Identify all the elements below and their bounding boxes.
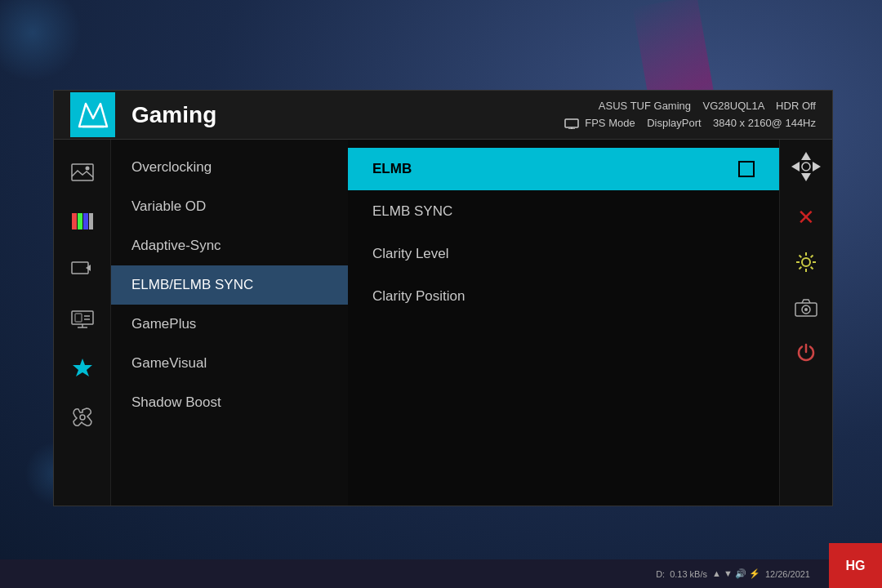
svg-point-24 (802, 163, 810, 171)
svg-marker-21 (801, 173, 811, 181)
close-button[interactable]: ✕ (797, 205, 815, 230)
submenu-item-elmb[interactable]: ELMB (348, 148, 779, 190)
network-label: D: (656, 569, 665, 579)
menu-item-gamevisual[interactable]: GameVisual (111, 344, 348, 383)
menu-item-elmb[interactable]: ELMB/ELMB SYNC (111, 265, 348, 305)
header-info: ASUS TUF Gaming VG28UQL1A HDR Off FPS Mo… (564, 98, 816, 132)
hg-label: HG (846, 559, 866, 573)
submenu-panel: ELMB ELMB SYNC Clarity Level Clarity Pos… (348, 140, 779, 506)
menu-item-variable-od[interactable]: Variable OD (111, 187, 348, 226)
osd-window: Gaming ASUS TUF Gaming VG28UQL1A HDR Off… (53, 90, 833, 506)
content-area: Overclocking Variable OD Adaptive-Sync E… (54, 140, 832, 506)
submenu-item-elmb-sync[interactable]: ELMB SYNC (348, 190, 779, 233)
menu-item-gameplus[interactable]: GamePlus (111, 305, 348, 344)
svg-rect-5 (72, 164, 93, 180)
svg-point-6 (85, 167, 89, 171)
svg-rect-15 (75, 314, 82, 322)
submenu-item-clarity-level[interactable]: Clarity Level (348, 233, 779, 275)
svg-line-33 (800, 267, 802, 270)
svg-line-32 (811, 256, 813, 258)
sidebar-icon-tools[interactable] (66, 401, 99, 434)
camera-icon[interactable] (795, 299, 817, 321)
taskbar: D: 0.13 kB/s ▲ ▼ 🔊 ⚡ 12/26/2021 (0, 559, 882, 588)
svg-rect-8 (78, 213, 82, 229)
asus-logo-icon (78, 102, 109, 128)
fps-mode-label: FPS Mode (585, 117, 635, 129)
taskbar-icons: ▲ ▼ 🔊 ⚡ (712, 568, 760, 579)
logo-box (70, 92, 115, 137)
monitor-icon (564, 118, 579, 129)
right-nav: ✕ (779, 140, 832, 506)
icon-sidebar (54, 140, 111, 506)
resolution: 3840 x 2160@ 144Hz (713, 117, 816, 129)
elmb-checkbox[interactable] (738, 161, 755, 177)
menu-item-shadow-boost[interactable]: Shadow Boost (111, 383, 348, 422)
svg-point-36 (804, 308, 808, 311)
hdr-status: HDR Off (776, 100, 816, 112)
taskbar-date: 12/26/2021 (765, 569, 810, 579)
brightness-icon[interactable] (795, 251, 817, 278)
svg-rect-9 (83, 213, 88, 229)
svg-point-25 (802, 258, 810, 266)
page-title: Gaming (131, 102, 564, 128)
svg-point-19 (80, 415, 85, 420)
connection-type: DisplayPort (647, 117, 701, 129)
svg-marker-23 (813, 162, 821, 172)
sidebar-icon-gaming[interactable] (66, 352, 99, 385)
network-speed: 0.13 kB/s (670, 569, 707, 579)
monitor-model: ASUS TUF Gaming (599, 100, 691, 112)
power-button[interactable] (795, 341, 817, 368)
svg-marker-22 (791, 162, 800, 172)
menu-item-overclocking[interactable]: Overclocking (111, 148, 348, 187)
svg-rect-10 (89, 213, 93, 229)
svg-line-31 (811, 267, 813, 270)
svg-marker-0 (79, 104, 107, 127)
sidebar-icon-color[interactable] (66, 205, 99, 238)
svg-marker-18 (73, 359, 92, 376)
hg-badge: HG (829, 543, 882, 588)
svg-line-30 (800, 256, 802, 258)
taskbar-info: D: 0.13 kB/s ▲ ▼ 🔊 ⚡ 12/26/2021 (656, 568, 810, 579)
dpad-control[interactable] (788, 148, 825, 185)
menu-item-adaptive-sync[interactable]: Adaptive-Sync (111, 226, 348, 265)
submenu-item-clarity-position[interactable]: Clarity Position (348, 275, 779, 318)
menu-panel: Overclocking Variable OD Adaptive-Sync E… (111, 140, 348, 506)
monitor-series: VG28UQL1A (703, 100, 764, 112)
header-bar: Gaming ASUS TUF Gaming VG28UQL1A HDR Off… (54, 91, 832, 140)
dpad-icon (788, 149, 824, 185)
svg-marker-20 (801, 152, 811, 160)
sidebar-icon-display[interactable] (66, 303, 99, 336)
submenu-item-elmb-label: ELMB (372, 161, 412, 177)
svg-rect-2 (565, 119, 578, 127)
svg-rect-7 (72, 213, 77, 229)
sidebar-icon-picture[interactable] (66, 156, 99, 189)
sidebar-icon-input[interactable] (66, 254, 99, 287)
